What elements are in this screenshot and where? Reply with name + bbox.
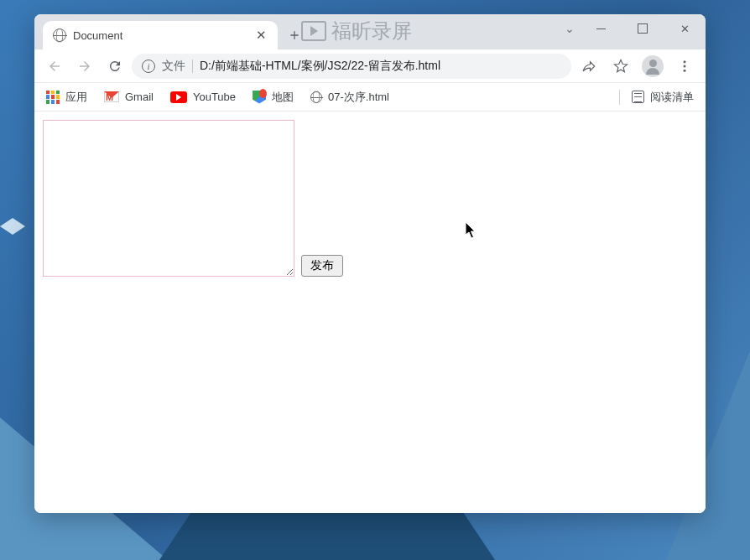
reload-icon [107,59,122,74]
maps-icon [253,91,266,104]
divider [192,60,193,73]
browser-tab[interactable]: Document ✕ [43,21,278,49]
url-scheme-label: 文件 [162,59,185,74]
publish-button[interactable]: 发布 [301,255,343,277]
desktop-bg-shape [0,218,25,235]
bookmark-sequence[interactable]: 07-次序.html [310,90,389,105]
gmail-icon: M [104,91,119,102]
kebab-icon [677,59,692,74]
bookmarks-bar: 应用 M Gmail YouTube 地图 07-次序.html 阅读清单 [34,83,706,111]
recorder-watermark: 福昕录屏 [301,18,412,44]
arrow-right-icon [77,59,92,74]
arrow-left-icon [47,59,62,74]
reading-list-icon [632,91,644,103]
bookmark-label: 应用 [65,90,87,105]
plus-icon [288,29,301,42]
avatar-icon [642,55,664,77]
window-minimize-button[interactable] [580,14,622,43]
nav-forward-button[interactable] [71,53,98,80]
message-textarea[interactable] [43,120,294,277]
apps-grid-icon [46,91,60,104]
info-icon[interactable]: i [142,60,155,73]
bookmark-star-button[interactable] [607,52,635,80]
svg-point-0 [684,60,686,63]
reading-list-label: 阅读清单 [650,90,694,105]
close-tab-button[interactable]: ✕ [254,29,268,42]
bookmark-apps[interactable]: 应用 [46,90,87,105]
tab-title: Document [73,29,247,42]
window-close-button[interactable] [664,14,706,43]
nav-reload-button[interactable] [102,53,128,80]
svg-point-1 [684,65,686,67]
bookmark-gmail[interactable]: M Gmail [104,91,154,103]
share-button[interactable] [575,52,603,80]
bookmark-maps[interactable]: 地图 [253,90,294,105]
share-icon [581,59,596,74]
browser-menu-button[interactable] [670,52,699,80]
browser-window: Document ✕ 福昕录屏 ⌄ i 文件 D [34,14,706,513]
chevron-down-icon[interactable]: ⌄ [565,14,575,43]
tab-strip: Document ✕ 福昕录屏 ⌄ [34,14,706,49]
bookmark-label: 07-次序.html [328,90,389,105]
nav-back-button[interactable] [41,53,68,80]
new-tab-button[interactable] [283,23,306,47]
profile-avatar-button[interactable] [638,52,667,80]
bookmark-youtube[interactable]: YouTube [170,91,236,103]
desktop-bg-shape [159,510,495,560]
bookmark-label: 地图 [272,90,294,105]
bookmark-label: Gmail [125,91,154,103]
window-controls: ⌄ [565,14,706,43]
globe-icon [310,91,322,103]
reading-list-button[interactable]: 阅读清单 [619,90,694,105]
url-text: D:/前端基础-HTML/案例/JS2/22-留言发布.html [200,59,561,74]
svg-point-2 [684,69,686,71]
recorder-label: 福昕录屏 [331,18,412,44]
bookmark-label: YouTube [193,91,236,103]
globe-icon [53,29,66,42]
star-icon [613,59,628,74]
youtube-icon [170,91,187,103]
window-maximize-button[interactable] [622,14,664,43]
page-content: 发布 [34,111,706,513]
address-bar[interactable]: i 文件 D:/前端基础-HTML/案例/JS2/22-留言发布.html [132,54,571,79]
browser-toolbar: i 文件 D:/前端基础-HTML/案例/JS2/22-留言发布.html [34,49,706,83]
